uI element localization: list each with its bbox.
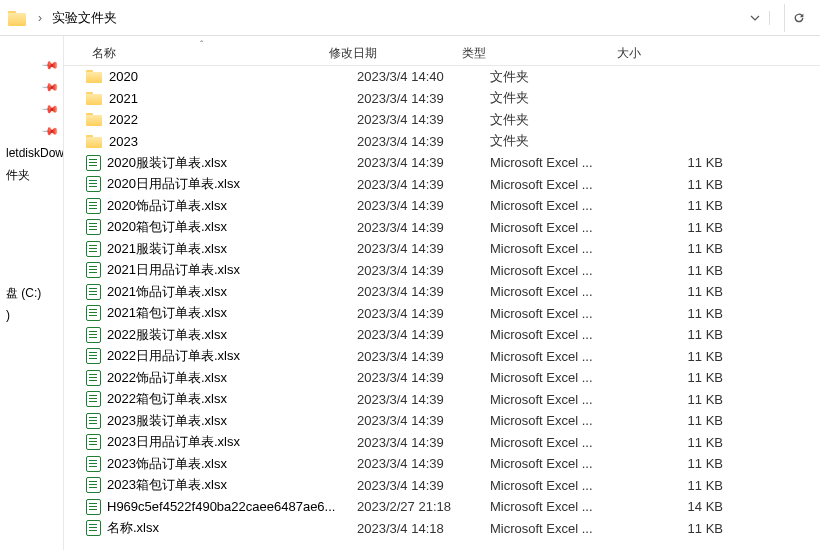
navigation-sidebar: 📌 📌 📌 📌 letdiskDow 件夹 盘 (C:) ) (0, 36, 64, 550)
sidebar-item[interactable]: 件夹 (0, 164, 63, 186)
chevron-right-icon[interactable]: › (34, 11, 46, 25)
file-name: 2023饰品订单表.xlsx (107, 455, 227, 473)
file-row[interactable]: 20222023/3/4 14:39文件夹 (64, 109, 820, 131)
file-name: 2021日用品订单表.xlsx (107, 261, 240, 279)
file-size: 11 KB (645, 220, 765, 235)
excel-file-icon (86, 262, 101, 278)
file-type: Microsoft Excel ... (490, 263, 645, 278)
column-headers: 名称 修改日期 类型 大小 (64, 36, 820, 66)
file-name: 名称.xlsx (107, 519, 159, 537)
file-name-cell: 2021箱包订单表.xlsx (86, 304, 357, 322)
file-size: 14 KB (645, 499, 765, 514)
file-row[interactable]: 2021饰品订单表.xlsx2023/3/4 14:39Microsoft Ex… (64, 281, 820, 303)
file-date: 2023/2/27 21:18 (357, 499, 490, 514)
file-size: 11 KB (645, 521, 765, 536)
file-date: 2023/3/4 14:39 (357, 91, 490, 106)
sidebar-item[interactable]: 📌 (0, 98, 63, 120)
file-name-cell: 2023饰品订单表.xlsx (86, 455, 357, 473)
file-name: 2020箱包订单表.xlsx (107, 218, 227, 236)
excel-file-icon (86, 305, 101, 321)
file-row[interactable]: 20232023/3/4 14:39文件夹 (64, 131, 820, 153)
file-size: 11 KB (645, 413, 765, 428)
file-type: Microsoft Excel ... (490, 220, 645, 235)
file-row[interactable]: 2020服装订单表.xlsx2023/3/4 14:39Microsoft Ex… (64, 152, 820, 174)
column-header-size[interactable]: 大小 (617, 45, 737, 62)
file-row[interactable]: 2023日用品订单表.xlsx2023/3/4 14:39Microsoft E… (64, 432, 820, 454)
file-row[interactable]: H969c5ef4522f490ba22caee6487ae6...2023/2… (64, 496, 820, 518)
file-size: 11 KB (645, 456, 765, 471)
folder-icon (86, 69, 103, 84)
file-date: 2023/3/4 14:39 (357, 284, 490, 299)
file-row[interactable]: 2021服装订单表.xlsx2023/3/4 14:39Microsoft Ex… (64, 238, 820, 260)
file-type: Microsoft Excel ... (490, 521, 645, 536)
refresh-button[interactable] (784, 4, 812, 32)
file-date: 2023/3/4 14:39 (357, 327, 490, 342)
file-date: 2023/3/4 14:39 (357, 112, 490, 127)
file-date: 2023/3/4 14:39 (357, 220, 490, 235)
file-size: 11 KB (645, 478, 765, 493)
file-row[interactable]: 2022服装订单表.xlsx2023/3/4 14:39Microsoft Ex… (64, 324, 820, 346)
breadcrumb-current[interactable]: 实验文件夹 (52, 9, 117, 27)
file-date: 2023/3/4 14:39 (357, 478, 490, 493)
excel-file-icon (86, 499, 101, 515)
file-date: 2023/3/4 14:39 (357, 198, 490, 213)
excel-file-icon (86, 391, 101, 407)
file-row[interactable]: 2020箱包订单表.xlsx2023/3/4 14:39Microsoft Ex… (64, 217, 820, 239)
excel-file-icon (86, 456, 101, 472)
file-row[interactable]: 20202023/3/4 14:40文件夹 (64, 66, 820, 88)
file-size: 11 KB (645, 306, 765, 321)
file-date: 2023/3/4 14:39 (357, 155, 490, 170)
file-size: 11 KB (645, 241, 765, 256)
file-size: 11 KB (645, 349, 765, 364)
file-row[interactable]: 2023饰品订单表.xlsx2023/3/4 14:39Microsoft Ex… (64, 453, 820, 475)
file-name-cell: 2020日用品订单表.xlsx (86, 175, 357, 193)
sidebar-item[interactable]: 盘 (C:) (0, 282, 63, 304)
file-size: 11 KB (645, 435, 765, 450)
sidebar-item[interactable]: 📌 (0, 76, 63, 98)
file-name-cell: 2022箱包订单表.xlsx (86, 390, 357, 408)
file-row[interactable]: 2023服装订单表.xlsx2023/3/4 14:39Microsoft Ex… (64, 410, 820, 432)
file-name: 2020日用品订单表.xlsx (107, 175, 240, 193)
file-row[interactable]: 2021箱包订单表.xlsx2023/3/4 14:39Microsoft Ex… (64, 303, 820, 325)
file-row[interactable]: 名称.xlsx2023/3/4 14:18Microsoft Excel ...… (64, 518, 820, 540)
folder-icon (8, 9, 28, 27)
sidebar-item-label: 件夹 (6, 167, 30, 184)
file-name: 2023箱包订单表.xlsx (107, 476, 227, 494)
column-header-type[interactable]: 类型 (462, 45, 617, 62)
column-header-date[interactable]: 修改日期 (329, 45, 462, 62)
sidebar-item[interactable]: 📌 (0, 54, 63, 76)
file-size: 11 KB (645, 263, 765, 278)
file-type: Microsoft Excel ... (490, 198, 645, 213)
file-row[interactable]: 2023箱包订单表.xlsx2023/3/4 14:39Microsoft Ex… (64, 475, 820, 497)
excel-file-icon (86, 413, 101, 429)
file-date: 2023/3/4 14:39 (357, 456, 490, 471)
sidebar-item[interactable]: letdiskDow (0, 142, 63, 164)
file-name: 2021服装订单表.xlsx (107, 240, 227, 258)
excel-file-icon (86, 284, 101, 300)
file-name: 2022箱包订单表.xlsx (107, 390, 227, 408)
file-date: 2023/3/4 14:39 (357, 370, 490, 385)
file-row[interactable]: 2022日用品订单表.xlsx2023/3/4 14:39Microsoft E… (64, 346, 820, 368)
file-type: 文件夹 (490, 132, 645, 150)
file-row[interactable]: 2020饰品订单表.xlsx2023/3/4 14:39Microsoft Ex… (64, 195, 820, 217)
file-type: Microsoft Excel ... (490, 349, 645, 364)
file-row[interactable]: 2022饰品订单表.xlsx2023/3/4 14:39Microsoft Ex… (64, 367, 820, 389)
file-date: 2023/3/4 14:18 (357, 521, 490, 536)
file-row[interactable]: 2022箱包订单表.xlsx2023/3/4 14:39Microsoft Ex… (64, 389, 820, 411)
file-row[interactable]: 2020日用品订单表.xlsx2023/3/4 14:39Microsoft E… (64, 174, 820, 196)
sidebar-item[interactable]: 📌 (0, 120, 63, 142)
chevron-down-icon[interactable] (747, 10, 763, 26)
file-row[interactable]: 2021日用品订单表.xlsx2023/3/4 14:39Microsoft E… (64, 260, 820, 282)
file-size: 11 KB (645, 198, 765, 213)
file-date: 2023/3/4 14:39 (357, 134, 490, 149)
file-name: 2020饰品订单表.xlsx (107, 197, 227, 215)
file-name: 2020服装订单表.xlsx (107, 154, 227, 172)
pin-icon: 📌 (40, 99, 59, 118)
file-rows: 20202023/3/4 14:40文件夹20212023/3/4 14:39文… (64, 66, 820, 539)
sidebar-item[interactable]: ) (0, 304, 63, 326)
file-list-pane: ˆ 名称 修改日期 类型 大小 20202023/3/4 14:40文件夹202… (64, 36, 820, 550)
column-header-name[interactable]: 名称 (64, 45, 329, 62)
divider (769, 11, 770, 25)
folder-icon (86, 134, 103, 149)
file-row[interactable]: 20212023/3/4 14:39文件夹 (64, 88, 820, 110)
